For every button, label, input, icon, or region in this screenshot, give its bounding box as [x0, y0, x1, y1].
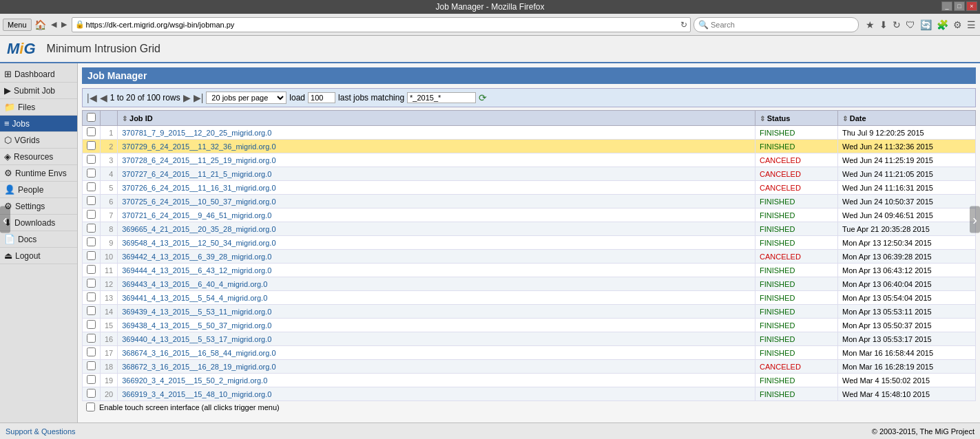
prev-page-button[interactable]: ◀ — [100, 92, 107, 103]
url-input[interactable] — [86, 21, 680, 29]
row-checkbox-cell[interactable] — [83, 126, 101, 140]
support-link[interactable]: Support & Questions — [6, 427, 76, 436]
status-column-header[interactable]: ⇕ Status — [755, 111, 838, 126]
row-job-id-cell[interactable]: 370727_6_24_2015__11_21_5_migrid.org.0 — [118, 167, 755, 181]
row-job-id-cell[interactable]: 370728_6_24_2015__11_25_19_migrid.org.0 — [118, 153, 755, 167]
sidebar-item-settings[interactable]: ⚙ Settings — [0, 198, 77, 215]
last-page-button[interactable]: ▶| — [194, 92, 204, 103]
row-checkbox[interactable] — [87, 210, 96, 219]
row-checkbox[interactable] — [87, 224, 96, 233]
row-checkbox[interactable] — [87, 320, 96, 329]
row-checkbox-cell[interactable] — [83, 277, 101, 291]
row-checkbox-cell[interactable] — [83, 264, 101, 277]
sidebar-item-jobs[interactable]: ≡ Jobs — [0, 116, 77, 132]
refresh-button[interactable]: ⟳ — [479, 92, 487, 103]
per-page-select[interactable]: 10 jobs per page 20 jobs per page 50 job… — [206, 92, 286, 104]
row-checkbox-cell[interactable] — [83, 374, 101, 387]
load-input[interactable] — [308, 92, 335, 103]
row-checkbox-cell[interactable] — [83, 167, 101, 181]
sidebar-item-resources[interactable]: ◈ Resources — [0, 149, 77, 165]
job-id-link[interactable]: 369444_4_13_2015__6_43_12_migrid.org.0 — [122, 266, 271, 275]
row-job-id-cell[interactable]: 366920_3_4_2015__15_50_2_migrid.org.0 — [118, 374, 755, 387]
sidebar-item-runtime-envs[interactable]: ⚙ Runtime Envs — [0, 165, 77, 182]
row-checkbox[interactable] — [87, 169, 96, 178]
sidebar-item-vgrids[interactable]: ⬡ VGrids — [0, 132, 77, 149]
sync-icon[interactable]: 🔄 — [919, 18, 933, 32]
row-job-id-cell[interactable]: 369440_4_13_2015__5_53_17_migrid.org.0 — [118, 332, 755, 346]
job-id-link[interactable]: 370729_6_24_2015__11_32_36_migrid.org.0 — [122, 142, 275, 151]
row-checkbox-cell[interactable] — [83, 236, 101, 250]
row-job-id-cell[interactable]: 369443_4_13_2015__6_40_4_migrid.org.0 — [118, 277, 755, 291]
row-checkbox[interactable] — [87, 182, 96, 191]
row-job-id-cell[interactable]: 369438_4_13_2015__5_50_37_migrid.org.0 — [118, 319, 755, 332]
row-checkbox[interactable] — [87, 306, 96, 315]
row-checkbox[interactable] — [87, 237, 96, 246]
job-id-link[interactable]: 369440_4_13_2015__5_53_17_migrid.org.0 — [122, 335, 271, 343]
scroll-right-button[interactable]: › — [970, 206, 980, 233]
date-column-header[interactable]: ⇕ Date — [838, 111, 976, 126]
row-job-id-cell[interactable]: 370725_6_24_2015__10_50_37_migrid.org.0 — [118, 195, 755, 208]
close-button[interactable]: × — [966, 1, 977, 11]
row-checkbox-cell[interactable] — [83, 153, 101, 167]
job-id-link[interactable]: 366920_3_4_2015__15_50_2_migrid.org.0 — [122, 376, 267, 385]
job-id-link[interactable]: 370727_6_24_2015__11_21_5_migrid.org.0 — [122, 170, 271, 178]
row-job-id-cell[interactable]: 370729_6_24_2015__11_32_36_migrid.org.0 — [118, 140, 755, 153]
job-id-link[interactable]: 369438_4_13_2015__5_50_37_migrid.org.0 — [122, 321, 271, 330]
job-id-link[interactable]: 370721_6_24_2015__9_46_51_migrid.org.0 — [122, 211, 271, 220]
job-id-link[interactable]: 369443_4_13_2015__6_40_4_migrid.org.0 — [122, 280, 267, 288]
first-page-button[interactable]: |◀ — [87, 92, 97, 103]
job-id-link[interactable]: 369441_4_13_2015__5_54_4_migrid.org.0 — [122, 294, 267, 302]
sidebar-item-files[interactable]: 📁 Files — [0, 99, 77, 116]
menu-button[interactable]: Menu — [3, 19, 32, 31]
row-checkbox[interactable] — [87, 141, 96, 150]
job-id-link[interactable]: 370725_6_24_2015__10_50_37_migrid.org.0 — [122, 197, 275, 206]
row-job-id-cell[interactable]: 370726_6_24_2015__11_16_31_migrid.org.0 — [118, 181, 755, 195]
job-id-link[interactable]: 368672_3_16_2015__16_28_19_migrid.org.0 — [122, 363, 275, 371]
select-all-header[interactable] — [83, 111, 101, 126]
row-checkbox[interactable] — [87, 334, 96, 343]
row-checkbox[interactable] — [87, 361, 96, 370]
back-button[interactable]: ◀ — [49, 19, 59, 30]
bookmarks-icon[interactable]: ★ — [864, 18, 876, 32]
row-job-id-cell[interactable]: 369442_4_13_2015__6_39_28_migrid.org.0 — [118, 250, 755, 264]
sidebar-item-docs[interactable]: 📄 Docs — [0, 231, 77, 248]
job-id-link[interactable]: 366919_3_4_2015__15_48_10_migrid.org.0 — [122, 390, 271, 398]
refresh-icon[interactable]: ↻ — [891, 18, 902, 32]
row-job-id-cell[interactable]: 370781_7_9_2015__12_20_25_migrid.org.0 — [118, 126, 755, 140]
select-all-checkbox[interactable] — [87, 113, 96, 122]
row-checkbox-cell[interactable] — [83, 305, 101, 319]
row-job-id-cell[interactable]: 368672_3_16_2015__16_28_19_migrid.org.0 — [118, 360, 755, 374]
filter-input[interactable] — [407, 92, 476, 103]
row-job-id-cell[interactable]: 366919_3_4_2015__15_48_10_migrid.org.0 — [118, 387, 755, 401]
row-checkbox[interactable] — [87, 251, 96, 260]
search-input[interactable] — [711, 21, 854, 29]
row-checkbox[interactable] — [87, 155, 96, 164]
url-bar[interactable]: 🔒 ↻ — [72, 17, 691, 32]
sidebar-item-submit-job[interactable]: ▶ Submit Job — [0, 83, 77, 99]
minimize-button[interactable]: _ — [941, 1, 952, 11]
row-checkbox[interactable] — [87, 375, 96, 384]
row-checkbox[interactable] — [87, 347, 96, 356]
row-job-id-cell[interactable]: 369444_4_13_2015__6_43_12_migrid.org.0 — [118, 264, 755, 277]
row-checkbox-cell[interactable] — [83, 140, 101, 153]
shield-icon[interactable]: 🛡 — [904, 18, 917, 32]
row-checkbox-cell[interactable] — [83, 208, 101, 222]
scroll-left-button[interactable]: ‹ — [0, 206, 10, 233]
job-id-column-header[interactable]: ⇕ Job ID — [118, 111, 755, 126]
window-controls[interactable]: _ □ × — [941, 1, 977, 11]
settings-icon[interactable]: ⚙ — [952, 18, 963, 32]
download-icon[interactable]: ⬇ — [878, 18, 889, 32]
row-checkbox-cell[interactable] — [83, 195, 101, 208]
sidebar-item-people[interactable]: 👤 People — [0, 182, 77, 198]
row-checkbox-cell[interactable] — [83, 319, 101, 332]
touch-screen-checkbox[interactable] — [86, 403, 95, 411]
row-job-id-cell[interactable]: 369439_4_13_2015__5_53_11_migrid.org.0 — [118, 305, 755, 319]
forward-button[interactable]: ▶ — [59, 19, 69, 30]
row-checkbox[interactable] — [87, 279, 96, 288]
reload-button[interactable]: ↻ — [680, 20, 687, 30]
row-job-id-cell[interactable]: 368674_3_16_2015__16_58_44_migrid.org.0 — [118, 346, 755, 360]
next-page-button[interactable]: ▶ — [183, 92, 191, 103]
maximize-button[interactable]: □ — [954, 1, 965, 11]
job-id-link[interactable]: 370728_6_24_2015__11_25_19_migrid.org.0 — [122, 156, 275, 164]
row-checkbox-cell[interactable] — [83, 222, 101, 236]
